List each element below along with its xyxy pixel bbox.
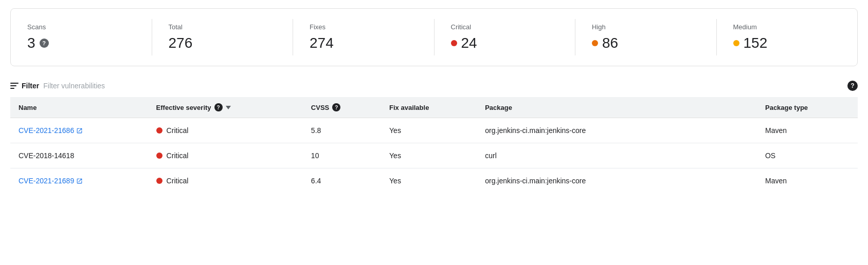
cell-severity: Critical [148,118,303,143]
stat-total: Total 276 [152,19,294,55]
stat-critical-label: Critical [451,23,559,31]
col-name: Name [10,97,148,118]
stat-fixes-value: 274 [310,35,418,51]
critical-dot [451,40,457,46]
filter-left: Filter Filter vulnerabilities [10,82,105,90]
stat-medium-label: Medium [733,23,841,31]
stat-fixes: Fixes 274 [293,19,435,55]
stat-scans-label: Scans [27,23,135,31]
stat-scans-value: 3 ? [27,35,135,51]
col-fix: Fix available [381,97,477,118]
cell-package: org.jenkins-ci.main:jenkins-core [477,118,757,143]
filter-lines-icon [10,83,19,89]
severity-sort-icon[interactable] [226,106,231,109]
cell-severity: Critical [148,168,303,194]
cell-name: CVE-2021-21686 [10,118,148,143]
severity-label: Critical [167,152,189,160]
table-row: CVE-2021-21686Critical5.8Yesorg.jenkins-… [10,118,858,143]
cell-fix: Yes [381,118,477,143]
severity-dot [156,127,162,134]
cell-package-type: OS [757,143,858,168]
stat-medium-value: 152 [733,35,841,51]
filter-help-icon[interactable]: ? [847,81,858,91]
stat-fixes-label: Fixes [310,23,418,31]
filter-label: Filter [22,82,39,90]
external-link-icon [76,178,83,184]
col-package-type: Package type [757,97,858,118]
vulnerabilities-table: Name Effective severity ? CVSS [10,97,858,193]
filter-bar: Filter Filter vulnerabilities ? [10,74,858,97]
severity-label: Critical [167,126,189,135]
stat-total-value: 276 [169,35,277,51]
table-row: CVE-2018-14618Critical10YescurlOS [10,143,858,168]
cve-link[interactable]: CVE-2021-21689 [19,177,140,185]
col-severity: Effective severity ? [148,97,303,118]
severity-dot [156,153,162,159]
severity-help-icon[interactable]: ? [214,103,223,111]
stat-high: High 86 [575,19,717,55]
stat-medium: Medium 152 [717,19,858,55]
cell-fix: Yes [381,143,477,168]
scans-help-icon[interactable]: ? [40,39,49,48]
table-header-row: Name Effective severity ? CVSS [10,97,858,118]
cell-name: CVE-2018-14618 [10,143,148,168]
cell-package-type: Maven [757,118,858,143]
cell-package-type: Maven [757,168,858,194]
stat-scans: Scans 3 ? [11,19,152,55]
cell-cvss: 5.8 [303,118,381,143]
table-row: CVE-2021-21689Critical6.4Yesorg.jenkins-… [10,168,858,194]
vulnerabilities-table-container: Name Effective severity ? CVSS [10,97,858,193]
filter-toggle[interactable]: Filter [10,82,39,90]
high-dot [592,40,598,46]
severity-dot [156,178,162,184]
cell-package: curl [477,143,757,168]
stats-bar: Scans 3 ? Total 276 Fixes 274 Critical 2… [10,8,858,66]
stat-critical: Critical 24 [435,19,576,55]
stat-high-label: High [592,23,700,31]
severity-label: Critical [167,177,189,185]
stat-high-value: 86 [592,35,700,51]
external-link-icon [76,127,83,134]
cell-fix: Yes [381,168,477,194]
cell-name: CVE-2021-21689 [10,168,148,194]
stat-total-label: Total [169,23,277,31]
col-package: Package [477,97,757,118]
filter-input-placeholder[interactable]: Filter vulnerabilities [43,82,105,90]
stat-critical-value: 24 [451,35,559,51]
table-body: CVE-2021-21686Critical5.8Yesorg.jenkins-… [10,118,858,194]
cell-severity: Critical [148,143,303,168]
cell-cvss: 10 [303,143,381,168]
medium-dot [733,40,739,46]
cell-cvss: 6.4 [303,168,381,194]
cell-package: org.jenkins-ci.main:jenkins-core [477,168,757,194]
cve-link[interactable]: CVE-2021-21686 [19,126,140,135]
cvss-help-icon[interactable]: ? [332,103,340,111]
col-cvss: CVSS ? [303,97,381,118]
